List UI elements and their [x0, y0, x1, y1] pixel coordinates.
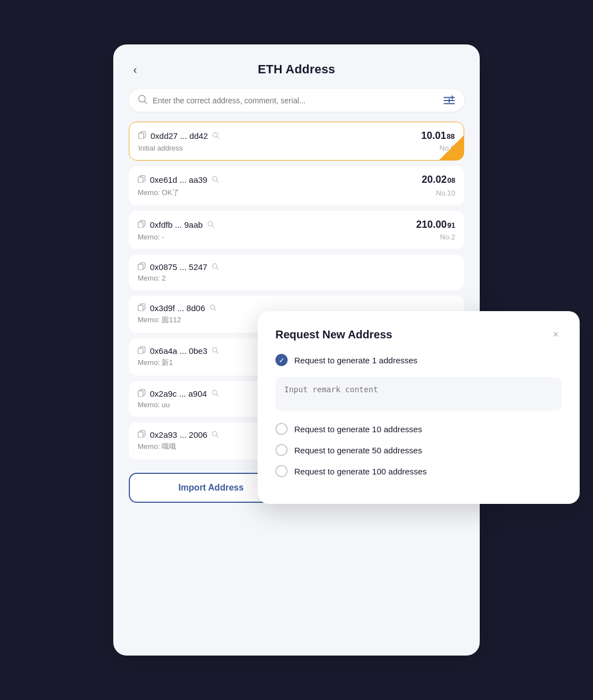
svg-line-14 [217, 180, 218, 182]
svg-rect-8 [139, 133, 144, 139]
svg-rect-36 [138, 432, 143, 438]
svg-rect-16 [138, 222, 143, 228]
svg-line-26 [214, 308, 216, 310]
address-value: 0x2a93 ... 2006 [150, 430, 207, 439]
address-item[interactable]: 0xdd27 ... dd42 10.01 88 Initial address… [129, 122, 464, 161]
radio-label-4: Request to generate 100 addresses [294, 467, 427, 476]
main-card: ‹ ETH Address [113, 44, 480, 656]
address-item[interactable]: 0xfdfb ... 9aab 210.00 91 Memo: - No.2 [129, 211, 464, 249]
radio-label-2: Request to generate 10 addresses [294, 424, 422, 434]
address-value: 0xdd27 ... dd42 [150, 131, 208, 141]
search-bar [129, 89, 464, 112]
memo-text: Initial address [138, 144, 183, 152]
radio-label-3: Request to generate 50 addresses [294, 446, 422, 455]
amount-decimal: 08 [448, 176, 455, 184]
address-item[interactable]: 0x0875 ... 5247 Memo: 2 [129, 254, 464, 290]
page-header: ‹ ETH Address [129, 62, 464, 77]
filter-button[interactable] [443, 95, 455, 106]
svg-rect-24 [138, 306, 143, 312]
remark-input[interactable] [275, 377, 562, 411]
no-label: No.2 [440, 233, 455, 241]
memo-text: Memo: 圆112 [138, 315, 181, 325]
address-value: 0xe61d ... aa39 [150, 175, 207, 184]
check-icon: ✓ [279, 357, 285, 364]
address-search-icon[interactable] [212, 132, 219, 141]
svg-line-22 [217, 267, 218, 269]
copy-icon[interactable] [138, 346, 145, 356]
selected-badge [439, 136, 464, 160]
copy-icon[interactable] [138, 220, 145, 229]
svg-line-1 [144, 101, 147, 103]
svg-rect-20 [138, 264, 143, 271]
address-value: 0x6a4a ... 0be3 [150, 346, 207, 356]
radio-circle-4 [275, 465, 288, 477]
svg-line-10 [217, 136, 219, 138]
memo-text: Memo: 2 [138, 274, 166, 282]
svg-rect-28 [138, 348, 143, 354]
address-item[interactable]: 0xe61d ... aa39 20.02 08 Memo: OK了 No.10 [129, 166, 464, 206]
memo-text: Memo: uu [138, 401, 170, 409]
address-value: 0x0875 ... 5247 [150, 262, 207, 272]
svg-rect-12 [138, 177, 143, 183]
copy-icon[interactable] [138, 131, 146, 141]
radio-circle-1: ✓ [275, 354, 288, 366]
radio-option-4[interactable]: Request to generate 100 addresses [275, 465, 562, 477]
no-label: No.10 [436, 189, 455, 197]
address-search-icon[interactable] [207, 221, 214, 229]
svg-line-18 [212, 225, 214, 227]
radio-circle-3 [275, 444, 288, 456]
copy-icon[interactable] [138, 262, 145, 272]
memo-text: Memo: 新1 [138, 358, 173, 368]
modal-close-button[interactable]: × [549, 328, 562, 342]
memo-text: Memo: 哦哦 [138, 442, 176, 452]
radio-circle-2 [275, 423, 288, 435]
back-button[interactable]: ‹ [129, 61, 142, 78]
address-search-icon[interactable] [212, 347, 219, 356]
address-search-icon[interactable] [212, 389, 219, 398]
radio-option-3[interactable]: Request to generate 50 addresses [275, 444, 562, 456]
copy-icon[interactable] [138, 389, 145, 398]
radio-label-1: Request to generate 1 addresses [294, 356, 418, 365]
svg-line-38 [217, 435, 218, 437]
address-search-icon[interactable] [212, 263, 219, 272]
copy-icon[interactable] [138, 430, 145, 439]
amount-main: 20.02 [421, 174, 446, 186]
address-value: 0x2a9c ... a904 [150, 389, 207, 398]
search-input[interactable] [153, 96, 443, 105]
svg-line-30 [217, 351, 218, 353]
copy-icon[interactable] [138, 303, 145, 313]
memo-text: Memo: OK了 [138, 188, 179, 198]
address-search-icon[interactable] [212, 431, 219, 439]
amount-main: 210.00 [416, 219, 446, 231]
address-value: 0x3d9f ... 8d06 [150, 303, 205, 313]
radio-option-1[interactable]: ✓ Request to generate 1 addresses [275, 354, 562, 366]
memo-text: Memo: - [138, 233, 164, 241]
amount-decimal: 91 [448, 221, 455, 229]
address-search-icon[interactable] [212, 176, 219, 184]
svg-line-34 [217, 394, 218, 396]
page-title: ETH Address [258, 62, 335, 77]
copy-icon[interactable] [138, 175, 145, 184]
address-search-icon[interactable] [209, 304, 217, 313]
radio-option-2[interactable]: Request to generate 10 addresses [275, 423, 562, 435]
modal-title: Request New Address [275, 328, 392, 341]
search-icon [138, 94, 147, 106]
modal-header: Request New Address × [275, 328, 562, 342]
address-value: 0xfdfb ... 9aab [150, 220, 203, 229]
request-new-address-modal: Request New Address × ✓ Request to gener… [258, 311, 580, 504]
svg-rect-32 [138, 391, 143, 397]
